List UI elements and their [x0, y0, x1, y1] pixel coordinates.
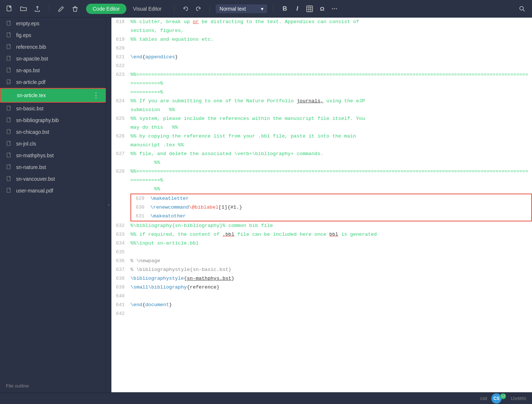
line-content: % \newpage	[130, 257, 532, 265]
sidebar-item-sn-nature-bst[interactable]: sn-nature.bst	[0, 161, 106, 173]
sidebar-item-sn-apacite-bst[interactable]: sn-apacite.bst	[0, 53, 106, 65]
undo-redo-group	[180, 3, 204, 14]
separator-4	[273, 4, 273, 13]
sidebar-collapse-handle[interactable]: ‹	[106, 18, 111, 392]
item-menu-icon[interactable]: ⋮	[93, 91, 99, 99]
code-editor[interactable]: 618 %% clutter, break up or be distracti…	[111, 18, 532, 392]
line-number: 630	[131, 203, 150, 212]
file-outline-label: File outline	[6, 383, 29, 389]
line-content: %%======================================…	[130, 167, 532, 185]
filename: fig.eps	[16, 32, 100, 38]
file-outline-link[interactable]: File outline	[0, 379, 106, 392]
code-line-623b: ==========%	[111, 88, 532, 97]
pdf-icon: PDF	[6, 79, 12, 85]
sidebar-item-sn-article-pdf[interactable]: PDF sn-article.pdf	[0, 76, 106, 88]
folder-icon[interactable]	[18, 4, 29, 14]
code-line-633: 633 %% if required, the content of .bbl …	[111, 230, 532, 239]
file-icon	[6, 164, 12, 170]
code-line-624: 624 %% If you are submitting to one of t…	[111, 97, 532, 106]
filename: sn-article.pdf	[16, 79, 100, 85]
tex-icon	[7, 92, 13, 99]
line-number: 627	[111, 150, 130, 158]
line-number: 633	[111, 230, 130, 239]
italic-button[interactable]: I	[292, 3, 303, 14]
line-number: 640	[111, 292, 130, 301]
edit-icon[interactable]	[56, 4, 66, 14]
line-content: %% tables and equations etc.	[130, 35, 532, 44]
line-number: 634	[111, 239, 130, 248]
line-number: 628	[111, 167, 130, 176]
code-editor-tab[interactable]: Code Editor	[86, 4, 126, 14]
line-content: %\bibliography{sn-bibliography}% common …	[130, 221, 532, 230]
line-number: 619	[111, 35, 130, 44]
line-content: \end{document}	[130, 301, 532, 309]
more-button[interactable]: ···	[329, 3, 340, 14]
sidebar-item-reference-bib[interactable]: reference.bib	[0, 41, 106, 53]
line-content: ==========%	[130, 88, 532, 97]
code-line-619: 619 %% tables and equations etc.	[111, 35, 532, 44]
code-line-621: 621 \end{appendices}	[111, 53, 532, 62]
sidebar-item-sn-mathphys-bst[interactable]: sn-mathphys.bst	[0, 150, 106, 161]
pdf-icon	[6, 187, 12, 194]
svg-text:PDF: PDF	[7, 82, 11, 84]
code-line-618b: sections, figures,	[111, 26, 532, 35]
code-line-630: 630 \renewcommand\@biblabel[1]{#1.}	[131, 203, 531, 212]
sidebar-item-sn-jnl-cls[interactable]: sn-jnl.cls	[0, 138, 106, 150]
visual-editor-tab[interactable]: Visual Editor	[126, 4, 168, 14]
sidebar-item-sn-chicago-bst[interactable]: sn-chicago.bst	[0, 126, 106, 138]
toolbar-file-icons	[4, 4, 80, 14]
delete-icon[interactable]	[70, 4, 80, 14]
upload-icon[interactable]	[32, 4, 43, 14]
code-line-641: 641 \end{document}	[111, 301, 532, 309]
text-style-selector[interactable]: Normal text ▾	[216, 4, 267, 13]
code-line-622: 622	[111, 62, 532, 70]
code-line-635: 635	[111, 248, 532, 257]
sidebar-item-sn-bibliography-bib[interactable]: sn-bibliography.bib	[0, 114, 106, 126]
file-icon	[6, 20, 12, 27]
sidebar-item-sn-basic-bst[interactable]: sn-basic.bst	[0, 103, 106, 114]
code-line-638: 638 \bibliographystyle{sn-mathphys.bst}	[111, 274, 532, 283]
sidebar-item-empty-eps[interactable]: empty.eps	[0, 18, 106, 29]
code-line-625b: may do this %%	[111, 123, 532, 132]
separator-2	[174, 4, 174, 13]
code-line-618: 618 %% clutter, break up or be distracti…	[111, 18, 532, 26]
bold-button[interactable]: B	[279, 3, 290, 14]
status-bar: csd CS 12 12e9855	[0, 392, 532, 404]
line-content: %%	[130, 158, 532, 167]
sidebar-item-user-manual-pdf[interactable]: user-manual.pdf	[0, 185, 106, 197]
toolbar-right	[517, 3, 528, 14]
file-icon	[6, 105, 12, 112]
editor-content: 618 %% clutter, break up or be distracti…	[111, 18, 532, 318]
sidebar-item-sn-article-tex[interactable]: sn-article.tex ⋮	[0, 88, 106, 103]
code-line-625: 625 %% system, please include the refere…	[111, 114, 532, 123]
table-button[interactable]	[304, 3, 315, 14]
line-content: manuscript .tex %%	[130, 141, 532, 150]
filename: sn-jnl.cls	[16, 141, 100, 147]
code-line-620: 620	[111, 44, 532, 53]
line-number: 620	[111, 44, 130, 53]
omega-button[interactable]: Ω	[317, 3, 328, 14]
line-number: 638	[111, 274, 130, 283]
file-icon	[6, 140, 12, 147]
code-line-639: 639 \small\bibliography{reference}	[111, 283, 532, 292]
sidebar-item-sn-aps-bst[interactable]: sn-aps.bst	[0, 65, 106, 76]
filename: sn-nature.bst	[16, 164, 100, 170]
sidebar-item-fig-eps[interactable]: fig.eps	[0, 29, 106, 41]
undo-button[interactable]	[180, 3, 191, 14]
line-number: 622	[111, 62, 130, 70]
line-number: 637	[111, 265, 130, 274]
redo-button[interactable]	[193, 3, 204, 14]
new-file-icon[interactable]	[4, 4, 15, 14]
filename: empty.eps	[16, 21, 100, 26]
sidebar-item-sn-vancouver-bst[interactable]: sn-vancouver.bst	[0, 173, 106, 185]
code-line-627b: %%	[111, 158, 532, 167]
line-content: \small\bibliography{reference}	[130, 283, 532, 292]
filename: sn-chicago.bst	[16, 129, 100, 135]
highlighted-block: 629 \makeatletter 630 \renewcommand\@bib…	[130, 194, 532, 221]
line-content: %% If you are submitting to one of the N…	[130, 97, 532, 106]
file-icon	[6, 176, 12, 182]
code-line-634: 634 %%\input sn-article.bbl	[111, 239, 532, 248]
search-button[interactable]	[517, 3, 528, 14]
line-number: 621	[111, 53, 130, 62]
line-content: \renewcommand\@biblabel[1]{#1.}	[150, 203, 531, 212]
